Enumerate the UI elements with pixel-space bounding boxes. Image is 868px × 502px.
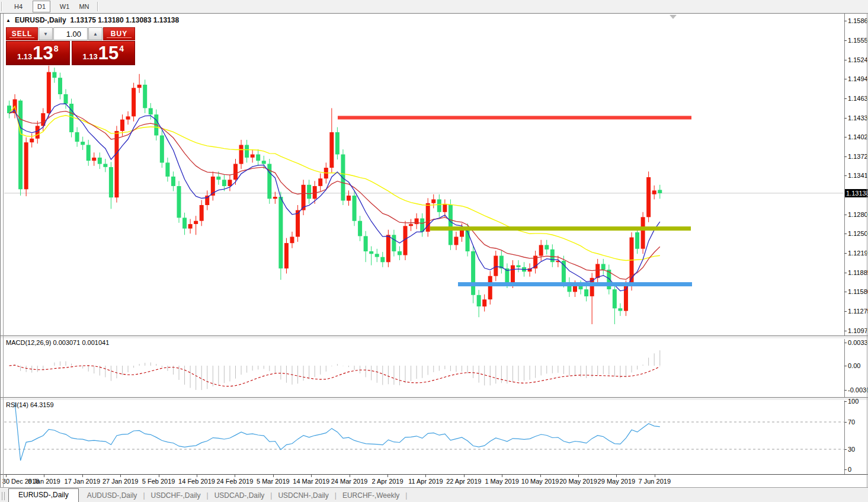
price-axis-tick <box>844 175 847 176</box>
date-axis-label: 14 Feb 2019 <box>178 478 215 485</box>
price-axis-tick <box>844 311 847 312</box>
timeframe-toolbar: H4 D1 W1 MN <box>0 0 868 13</box>
price-axis-tick <box>844 253 847 254</box>
resistance-line[interactable] <box>338 116 691 120</box>
volume-input[interactable] <box>53 27 88 40</box>
chart-tab-usdcnh[interactable]: USDCNH-,Daily <box>272 489 334 502</box>
macd-indicator-label: MACD(12,26,9) 0.003071 0.001041 <box>6 339 109 346</box>
mid-support-line[interactable] <box>430 226 691 231</box>
chart-shift-marker-icon[interactable] <box>670 15 677 19</box>
price-axis-tick <box>844 137 847 138</box>
timeframe-mn-button[interactable]: MN <box>75 1 93 12</box>
price-axis-tick <box>844 79 847 79</box>
timeframe-d1-button[interactable]: D1 <box>33 1 50 12</box>
date-axis-label: 11 Apr 2019 <box>408 478 443 485</box>
price-axis-label: 1.13720 <box>848 153 868 160</box>
chart-title: ▲ EURUSD-,Daily 1.13175 1.13180 1.13083 … <box>6 16 179 24</box>
rsi-axis-tick <box>844 422 847 423</box>
chart-tabs-bar: EURUSD-,DailyAUDUSD-,Daily|USDCHF-,Daily… <box>0 487 868 502</box>
price-axis-label: 1.12805 <box>848 211 868 218</box>
macd-axis-label: 0.003392 <box>848 339 868 346</box>
window-border <box>0 13 1 502</box>
chart-tab-eurusd[interactable]: EURUSD-,Daily <box>8 488 79 502</box>
price-axis-label: 1.10970 <box>848 327 868 334</box>
buy-price-display[interactable]: 1.13 15 4 <box>72 41 136 65</box>
date-axis-tick <box>425 475 426 477</box>
price-axis-tick <box>844 234 847 234</box>
date-axis-label: 8 Jan 2019 <box>28 478 60 485</box>
date-axis-tick <box>159 475 159 477</box>
rsi-axis-tick <box>844 449 847 450</box>
chart-tab-audusd[interactable]: AUDUSD-,Daily <box>81 489 143 502</box>
volume-decrease-button[interactable]: ▼ <box>39 27 53 40</box>
price-axis-label: 1.12195 <box>848 250 868 257</box>
date-axis-tick <box>578 475 579 477</box>
rsi-axis-label: 30 <box>848 446 855 453</box>
pane-splitter[interactable] <box>0 335 868 339</box>
date-axis-label: 5 Feb 2019 <box>142 478 175 485</box>
date-axis-tick <box>502 475 502 477</box>
price-axis-tick <box>844 40 847 41</box>
date-axis-label: 27 Jan 2019 <box>103 478 139 485</box>
price-axis-tick <box>844 98 847 99</box>
date-axis-tick <box>44 475 44 477</box>
macd-axis-tick <box>844 390 847 391</box>
price-axis-label: 1.15245 <box>848 56 868 63</box>
pane-splitter[interactable] <box>0 397 868 401</box>
chart-tab-usdcad[interactable]: USDCAD-,Daily <box>209 489 271 502</box>
date-axis-tick <box>82 475 83 477</box>
date-axis-label: 14 Mar 2019 <box>293 478 329 485</box>
price-axis-label: 1.14635 <box>848 95 868 102</box>
date-axis-label: 5 Mar 2019 <box>257 478 290 485</box>
rsi-indicator-label: RSI(14) 64.3159 <box>6 401 54 408</box>
rsi-axis-label: 0 <box>848 466 851 473</box>
date-axis-label: 2 Apr 2019 <box>371 478 403 485</box>
volume-increase-button[interactable]: ▲ <box>88 27 103 40</box>
date-axis-tick <box>350 475 350 477</box>
sell-button[interactable]: SELL <box>6 27 38 40</box>
chart-tab-eurchf[interactable]: EURCHF-,Weekly <box>337 489 405 502</box>
date-axis-tick <box>387 475 388 477</box>
support-line[interactable] <box>458 282 692 286</box>
date-axis-label: 7 Jun 2019 <box>639 478 671 485</box>
price-axis-tick <box>844 292 847 292</box>
price-axis-tick <box>844 118 847 119</box>
chart-tab-usdchf[interactable]: USDCHF-,Daily <box>145 489 207 502</box>
current-price-badge: 1.13138 <box>845 189 868 197</box>
date-axis-label: 24 Mar 2019 <box>331 478 368 485</box>
window-border <box>867 13 867 502</box>
date-axis-label: 29 May 2019 <box>598 478 636 485</box>
date-axis-label: 1 May 2019 <box>485 478 518 485</box>
date-axis-tick <box>616 475 617 477</box>
buy-price-pipette: 4 <box>119 44 124 53</box>
price-axis-label: 1.15550 <box>848 37 868 44</box>
buy-button[interactable]: BUY <box>103 27 135 40</box>
window-border <box>3 14 4 487</box>
window-border <box>0 13 868 14</box>
price-axis-tick <box>844 215 847 215</box>
macd-axis-tick <box>844 366 847 366</box>
rsi-axis-tick <box>844 401 847 402</box>
price-axis-label: 1.15860 <box>848 17 868 24</box>
sell-price-display[interactable]: 1.13 13 8 <box>6 41 70 65</box>
date-axis-tick <box>464 475 465 477</box>
sell-price-pipette: 8 <box>54 44 59 53</box>
price-axis-label: 1.13415 <box>848 172 868 179</box>
price-axis-label: 1.11885 <box>848 269 868 276</box>
rsi-axis-label: 100 <box>848 398 859 405</box>
chart-symbol-label: EURUSD-,Daily <box>15 16 66 24</box>
sell-price-prefix: 1.13 <box>17 52 32 61</box>
toolbar-separator <box>1 2 2 11</box>
price-chart[interactable] <box>0 0 868 502</box>
rsi-axis-tick <box>844 469 847 470</box>
price-axis-separator <box>844 14 845 474</box>
buy-price-prefix: 1.13 <box>82 52 97 61</box>
timeframe-h4-button[interactable]: H4 <box>9 1 27 12</box>
price-axis-label: 1.14940 <box>848 75 868 82</box>
price-axis-tick <box>844 60 847 60</box>
macd-axis-tick <box>844 343 847 343</box>
price-axis-label: 1.12500 <box>848 230 868 237</box>
timeframe-w1-button[interactable]: W1 <box>56 1 73 12</box>
price-axis-tick <box>844 21 847 21</box>
rsi-axis-label: 70 <box>848 418 855 426</box>
